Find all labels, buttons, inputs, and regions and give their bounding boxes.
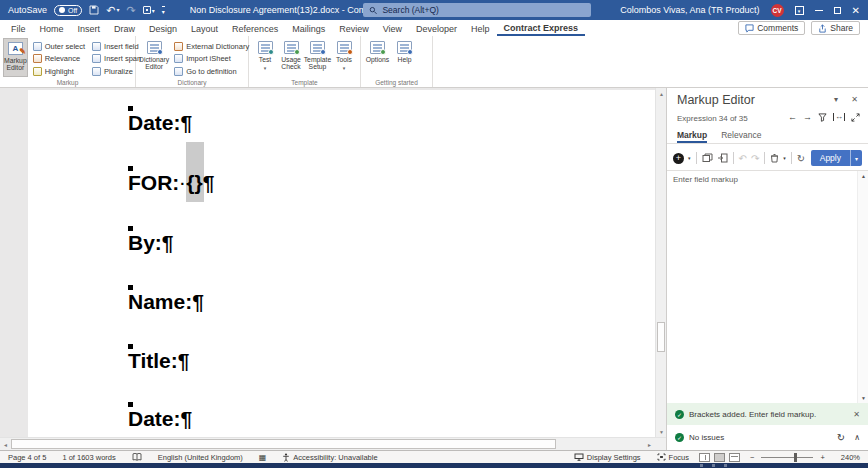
word-count[interactable]: 1 of 1603 words <box>54 453 123 462</box>
search-input[interactable] <box>382 5 585 15</box>
doc-line-title[interactable]: Title:¶ <box>128 349 189 373</box>
insert-selection-icon[interactable] <box>717 153 728 163</box>
markup-editor-button[interactable]: A Markup Editor <box>3 38 28 77</box>
tab-references[interactable]: References <box>225 22 285 36</box>
dictionary-editor-button[interactable]: Dictionary Editor <box>139 38 169 77</box>
zoom-level[interactable]: 240% <box>833 453 868 462</box>
delete-dropdown-icon[interactable]: ▾ <box>783 155 786 161</box>
go-to-definition-button[interactable]: Go to definition <box>172 66 251 77</box>
zoom-slider[interactable] <box>761 457 813 458</box>
proofing-status[interactable] <box>124 453 150 461</box>
add-field-dropdown-icon[interactable]: ▾ <box>688 155 691 161</box>
tab-file[interactable]: File <box>4 22 33 36</box>
template-setup-button[interactable]: Template Setup <box>304 38 331 77</box>
next-expression-icon[interactable]: → <box>803 112 812 122</box>
close-button[interactable]: ✕ <box>852 5 860 16</box>
display-settings-button[interactable]: Display Settings <box>566 453 649 462</box>
minimize-button[interactable] <box>815 10 823 11</box>
editor-scrollbar[interactable]: ▲ ▼ <box>857 171 868 403</box>
copy-icon[interactable] <box>702 153 713 163</box>
zoom-slider-thumb[interactable] <box>794 453 797 462</box>
delete-icon[interactable] <box>770 153 779 163</box>
external-dictionary-button[interactable]: External Dictionary <box>172 41 251 52</box>
options-button[interactable]: Options <box>364 38 391 77</box>
highlight-button[interactable]: Highlight <box>31 66 87 77</box>
editor-scroll-up-icon[interactable]: ▲ <box>858 173 868 179</box>
tab-relevance[interactable]: Relevance <box>721 130 761 143</box>
document-vertical-scrollbar[interactable]: ▲ ▼ <box>655 88 666 437</box>
usage-check-button[interactable]: Usage Check <box>278 38 304 77</box>
tab-draw[interactable]: Draw <box>107 22 142 36</box>
previous-expression-icon[interactable]: ← <box>788 112 797 122</box>
no-issues-label[interactable]: No issues <box>689 433 724 442</box>
tab-design[interactable]: Design <box>142 22 184 36</box>
customize-quick-access-icon[interactable]: ▾ <box>162 6 165 15</box>
expand-panel-icon[interactable] <box>851 113 860 122</box>
focus-button[interactable]: Focus <box>649 453 697 462</box>
filter-icon[interactable] <box>818 113 827 122</box>
vertical-scroll-thumb[interactable] <box>657 322 665 352</box>
panel-redo-icon[interactable]: ↷ <box>751 153 759 164</box>
ribbon-display-options-icon[interactable]: ▾ <box>795 6 804 15</box>
apply-button[interactable]: Apply ▾ <box>811 150 862 166</box>
tab-layout[interactable]: Layout <box>184 22 225 36</box>
tab-markup[interactable]: Markup <box>677 130 707 143</box>
horizontal-scroll-thumb[interactable] <box>11 439 556 449</box>
web-layout-view-icon[interactable] <box>729 453 740 462</box>
tab-view[interactable]: View <box>376 22 409 36</box>
tab-help[interactable]: Help <box>464 22 497 36</box>
zoom-in-icon[interactable]: + <box>818 453 832 462</box>
doc-line-date-1[interactable]: Date:¶ <box>128 111 192 135</box>
panel-menu-icon[interactable]: ▾ <box>834 95 838 104</box>
tab-home[interactable]: Home <box>33 22 71 36</box>
restore-button[interactable] <box>834 7 841 14</box>
tab-review[interactable]: Review <box>332 22 376 36</box>
panel-undo-icon[interactable]: ↶ <box>739 153 747 164</box>
print-layout-view-icon[interactable] <box>714 453 725 462</box>
relevance-button[interactable]: Relevance <box>31 53 87 64</box>
avatar[interactable]: CV <box>771 4 784 17</box>
word-wrap-icon[interactable]: ↔ <box>833 113 845 121</box>
doc-line-by[interactable]: By:¶ <box>128 231 174 255</box>
redo-button[interactable]: ↷ <box>126 5 135 15</box>
add-field-icon[interactable]: + <box>673 153 684 164</box>
accessibility-status[interactable]: Accessibility: Unavailable <box>274 453 385 462</box>
autosave-toggle[interactable]: Off <box>54 5 82 16</box>
markup-editor-textarea[interactable]: Enter field markup ▲ ▼ <box>667 170 868 403</box>
zoom-out-icon[interactable]: − <box>742 453 756 462</box>
page-indicator[interactable]: Page 4 of 5 <box>0 453 54 462</box>
notification-close-icon[interactable]: ✕ <box>853 410 860 419</box>
refresh-issues-icon[interactable]: ↻ <box>837 432 845 443</box>
test-button[interactable]: Test ▾ <box>252 38 278 77</box>
user-name[interactable]: Colombos Vivas, Ana (TR Product) <box>620 5 759 15</box>
touch-mode-button[interactable]: ▾ <box>143 6 155 14</box>
outer-select-button[interactable]: Outer select <box>31 41 87 52</box>
apply-dropdown-icon[interactable]: ▾ <box>850 150 862 166</box>
comments-button[interactable]: Comments <box>738 21 805 35</box>
panel-close-icon[interactable]: ✕ <box>851 95 858 104</box>
tools-button[interactable]: Tools ▾ <box>331 38 357 77</box>
undo-button[interactable]: ↶▾ <box>106 5 119 15</box>
document-horizontal-scrollbar[interactable]: ◄ ► <box>0 437 666 450</box>
search-box[interactable] <box>363 3 591 17</box>
document-page[interactable]: Date:¶ FOR:·{}¶ By:¶ Name:¶ Title:¶ Date… <box>28 90 655 437</box>
keyboard-icon[interactable]: ▦ <box>251 453 275 462</box>
tab-insert[interactable]: Insert <box>71 22 108 36</box>
tab-mailings[interactable]: Mailings <box>285 22 332 36</box>
language-selector[interactable]: English (United Kingdom) <box>150 453 251 462</box>
import-isheet-button[interactable]: Import iSheet <box>172 53 251 64</box>
tab-developer[interactable]: Developer <box>409 22 464 36</box>
doc-line-for[interactable]: FOR:·{}¶ <box>128 171 214 195</box>
read-mode-view-icon[interactable] <box>699 453 710 462</box>
scroll-left-icon[interactable]: ◄ <box>0 439 11 450</box>
doc-line-date-2[interactable]: Date:¶ <box>128 407 192 431</box>
collapse-issues-icon[interactable]: ∧ <box>854 433 860 442</box>
save-button[interactable] <box>89 5 99 15</box>
reset-icon[interactable]: ↻ <box>797 153 805 164</box>
editor-scroll-down-icon[interactable]: ▼ <box>858 395 868 401</box>
share-button[interactable]: Share <box>811 21 860 35</box>
tab-contract-express[interactable]: Contract Express <box>497 21 586 36</box>
help-button[interactable]: Help <box>391 38 418 77</box>
scroll-right-icon[interactable]: ► <box>644 439 655 450</box>
doc-line-name[interactable]: Name:¶ <box>128 290 204 314</box>
